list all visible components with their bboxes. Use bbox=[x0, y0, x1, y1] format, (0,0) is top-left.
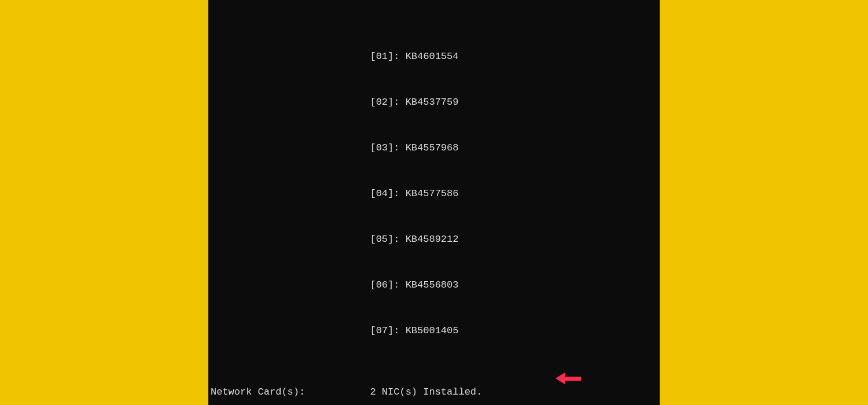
arrow-annotation bbox=[556, 373, 581, 384]
network-cards-row: Network Card(s):2 NIC(s) Installed. bbox=[211, 385, 660, 400]
command-prompt-terminal[interactable]: [01]: KB4601554 [02]: KB4537759 [03]: KB… bbox=[208, 0, 660, 405]
hotfix-entry: [02]: KB4537759 bbox=[211, 95, 660, 110]
hotfix-entry: [01]: KB4601554 bbox=[211, 49, 660, 64]
arrow-left-icon bbox=[556, 373, 565, 384]
hotfix-entry: [03]: KB4557968 bbox=[211, 141, 660, 156]
hotfix-entry: [05]: KB4589212 bbox=[211, 232, 660, 247]
arrow-shaft bbox=[565, 377, 581, 381]
network-cards-summary: 2 NIC(s) Installed. bbox=[370, 385, 482, 400]
hotfix-entry: [04]: KB4577586 bbox=[211, 186, 660, 201]
hotfix-entry: [06]: KB4556803 bbox=[211, 278, 660, 293]
hotfix-entry: [07]: KB5001405 bbox=[211, 323, 660, 338]
network-cards-label: Network Card(s): bbox=[211, 385, 370, 400]
